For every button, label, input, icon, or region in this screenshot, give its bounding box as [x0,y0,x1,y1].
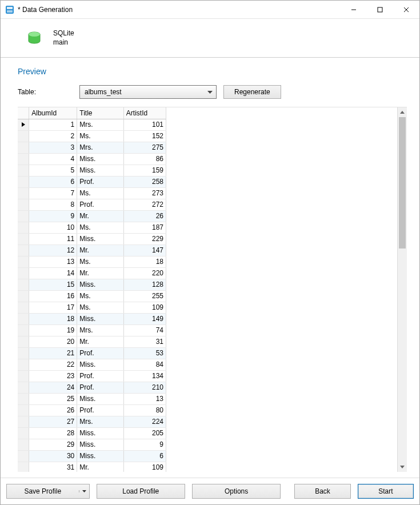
cell-title[interactable]: Miss. [77,393,124,404]
cell-title[interactable]: Ms. [77,302,124,313]
row-marker[interactable] [18,142,29,153]
cell-title[interactable]: Ms. [77,222,124,233]
table-row[interactable]: 20Mr.31 [18,336,166,347]
cell-album[interactable]: 22 [29,359,77,370]
row-marker[interactable] [18,210,29,222]
table-row[interactable]: 27Mrs.224 [18,416,166,427]
row-marker[interactable] [18,416,29,427]
table-row[interactable]: 7Ms.273 [18,187,166,199]
cell-album[interactable]: 10 [29,222,77,233]
table-row[interactable]: 11Miss.229 [18,233,166,245]
table-row[interactable]: 10Ms.187 [18,222,166,233]
row-marker[interactable] [18,347,29,359]
cell-artist[interactable]: 86 [123,153,166,165]
cell-album[interactable]: 21 [29,347,77,359]
table-row[interactable]: 17Ms.109 [18,302,166,313]
cell-title[interactable]: Ms. [77,187,124,199]
cell-title[interactable]: Miss. [77,165,124,176]
table-row[interactable]: 15Miss.128 [18,279,166,290]
cell-artist[interactable]: 258 [123,176,166,187]
cell-artist[interactable]: 205 [123,427,166,439]
cell-title[interactable]: Miss. [77,153,124,165]
cell-album[interactable]: 23 [29,370,77,382]
row-marker[interactable] [18,165,29,176]
cell-title[interactable]: Prof. [77,370,124,382]
table-row[interactable]: 1Mrs.101 [18,119,166,130]
cell-artist[interactable]: 152 [123,130,166,142]
row-marker[interactable] [18,336,29,347]
cell-artist[interactable]: 31 [123,336,166,347]
table-row[interactable]: 5Miss.159 [18,165,166,176]
scroll-up-icon[interactable] [398,107,407,117]
cell-album[interactable]: 9 [29,210,77,222]
table-row[interactable]: 25Miss.13 [18,393,166,404]
row-marker[interactable] [18,119,29,130]
cell-title[interactable]: Prof. [77,176,124,187]
table-row[interactable]: 23Prof.134 [18,370,166,382]
column-header-artist[interactable]: ArtistId [123,107,166,119]
cell-album[interactable]: 2 [29,130,77,142]
cell-album[interactable]: 15 [29,279,77,290]
cell-album[interactable]: 11 [29,233,77,245]
cell-album[interactable]: 26 [29,404,77,416]
cell-artist[interactable]: 109 [123,302,166,313]
row-marker[interactable] [18,313,29,324]
cell-album[interactable]: 28 [29,427,77,439]
row-marker[interactable] [18,130,29,142]
row-marker[interactable] [18,324,29,336]
scroll-track[interactable] [398,117,407,462]
cell-artist[interactable]: 210 [123,382,166,393]
table-row[interactable]: 12Mr.147 [18,245,166,256]
row-marker[interactable] [18,256,29,267]
table-row[interactable]: 30Miss.6 [18,450,166,462]
cell-album[interactable]: 14 [29,267,77,279]
cell-artist[interactable]: 272 [123,199,166,210]
row-marker[interactable] [18,290,29,302]
table-row[interactable]: 31Mr.109 [18,462,166,472]
row-marker[interactable] [18,404,29,416]
scroll-down-icon[interactable] [398,462,407,472]
cell-artist[interactable]: 6 [123,450,166,462]
row-marker[interactable] [18,439,29,450]
maximize-button[interactable] [367,1,393,18]
row-marker[interactable] [18,245,29,256]
table-row[interactable]: 4Miss.86 [18,153,166,165]
cell-title[interactable]: Mr. [77,245,124,256]
table-row[interactable]: 8Prof.272 [18,199,166,210]
cell-title[interactable]: Miss. [77,427,124,439]
cell-title[interactable]: Mrs. [77,142,124,153]
cell-artist[interactable]: 74 [123,324,166,336]
cell-album[interactable]: 18 [29,313,77,324]
cell-album[interactable]: 19 [29,324,77,336]
save-profile-dropdown[interactable] [79,490,89,492]
cell-title[interactable]: Miss. [77,439,124,450]
minimize-button[interactable] [341,1,367,18]
table-row[interactable]: 28Miss.205 [18,427,166,439]
close-button[interactable] [393,1,419,18]
row-marker[interactable] [18,233,29,245]
table-row[interactable]: 18Miss.149 [18,313,166,324]
row-marker[interactable] [18,302,29,313]
cell-album[interactable]: 4 [29,153,77,165]
cell-artist[interactable]: 9 [123,439,166,450]
cell-album[interactable]: 20 [29,336,77,347]
cell-title[interactable]: Miss. [77,359,124,370]
cell-title[interactable]: Miss. [77,279,124,290]
regenerate-button[interactable]: Regenerate [223,85,281,99]
cell-artist[interactable]: 275 [123,142,166,153]
cell-album[interactable]: 25 [29,393,77,404]
cell-title[interactable]: Prof. [77,199,124,210]
cell-artist[interactable]: 84 [123,359,166,370]
row-marker[interactable] [18,393,29,404]
cell-artist[interactable]: 159 [123,165,166,176]
table-row[interactable]: 13Ms.18 [18,256,166,267]
row-marker[interactable] [18,279,29,290]
cell-album[interactable]: 7 [29,187,77,199]
cell-album[interactable]: 1 [29,119,77,130]
cell-album[interactable]: 8 [29,199,77,210]
cell-album[interactable]: 17 [29,302,77,313]
start-button[interactable]: Start [358,484,414,499]
cell-album[interactable]: 16 [29,290,77,302]
row-marker[interactable] [18,450,29,462]
cell-title[interactable]: Mrs. [77,416,124,427]
